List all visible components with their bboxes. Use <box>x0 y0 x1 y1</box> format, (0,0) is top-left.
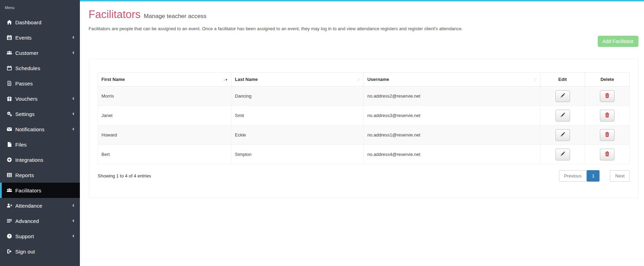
delete-button[interactable] <box>600 110 614 122</box>
pencil-icon <box>560 132 565 138</box>
chevron-left-icon: ‹ <box>72 217 74 224</box>
delete-cell <box>585 86 630 106</box>
sidebar-item-label: Advanced <box>15 218 39 224</box>
svg-text:?: ? <box>8 234 10 238</box>
chevron-left-icon: ‹ <box>72 202 74 209</box>
sidebar-item-label: Files <box>15 142 27 148</box>
edit-button[interactable] <box>555 90 570 102</box>
sidebar-item-label: Customer <box>15 50 39 56</box>
sidebar-item-vouchers[interactable]: Vouchers‹ <box>0 91 80 106</box>
table-row: BertSimptonno.address4@reservie.net <box>98 145 630 164</box>
pagination: Previous 1 Next <box>559 170 630 182</box>
sort-active-icon: ↓▼ <box>223 77 228 82</box>
sidebar-item-label: Support <box>15 233 34 239</box>
page-subtitle: Manage teacher access <box>144 13 207 19</box>
sidebar-item-advanced[interactable]: Advanced‹ <box>0 213 80 228</box>
last-name-cell: Simpton <box>231 145 364 164</box>
table-icon <box>7 172 15 178</box>
sidebar-item-files[interactable]: Files <box>0 137 80 152</box>
toolbar: Add Facilitator <box>80 31 644 47</box>
sidebar-item-events[interactable]: Events‹ <box>0 30 80 45</box>
facilitators-table: First Name↓▼Last Name↓↑Username↓↑EditDel… <box>98 72 630 164</box>
users-icon <box>7 188 15 193</box>
gears-icon <box>7 111 15 117</box>
previous-page-button[interactable]: Previous <box>559 170 587 182</box>
delete-button[interactable] <box>600 90 614 102</box>
add-facilitator-button[interactable]: Add Facilitator <box>598 36 638 47</box>
sidebar-item-customer[interactable]: Customer‹ <box>0 45 80 60</box>
sidebar-item-dashboard[interactable]: Dashboard <box>0 15 80 30</box>
edit-button[interactable] <box>555 149 570 160</box>
chevron-left-icon: ‹ <box>72 34 74 41</box>
list-icon <box>7 218 15 224</box>
pencil-icon <box>560 112 565 119</box>
column-header-label: Edit <box>558 77 567 82</box>
sidebar: Menu DashboardEvents‹Customer‹SchedulesP… <box>0 0 80 266</box>
table-row: MorrisDancingno.address2@reservie.net <box>98 86 630 106</box>
column-header-first-name[interactable]: First Name↓▼ <box>98 73 231 86</box>
facilitators-panel: First Name↓▼Last Name↓↑Username↓↑EditDel… <box>89 59 638 198</box>
home-icon <box>7 19 15 25</box>
trash-icon <box>604 151 610 158</box>
delete-button[interactable] <box>600 149 614 160</box>
trash-icon <box>604 132 610 138</box>
gift-icon <box>7 96 15 101</box>
sidebar-item-label: Dashboard <box>15 19 41 25</box>
edit-cell <box>540 145 585 164</box>
sidebar-item-facilitators[interactable]: Facilitators <box>0 183 80 198</box>
column-header-last-name[interactable]: Last Name↓↑ <box>231 73 364 86</box>
entries-summary: Showing 1 to 4 of 4 entries <box>98 173 151 178</box>
file-icon <box>7 142 15 147</box>
column-header-username[interactable]: Username↓↑ <box>364 73 540 86</box>
sort-icon: ↓↑ <box>533 77 537 82</box>
sidebar-item-reports[interactable]: Reports <box>0 167 80 183</box>
chevron-left-icon: ‹ <box>72 49 74 56</box>
sidebar-item-label: Schedules <box>15 65 40 71</box>
page-title: Facilitators <box>89 8 141 20</box>
sidebar-item-label: Events <box>15 35 32 41</box>
username-cell: no.address2@reservie.net <box>364 86 540 106</box>
chevron-left-icon: ‹ <box>72 125 74 132</box>
sidebar-item-label: Integrations <box>15 157 43 163</box>
delete-cell <box>585 106 630 125</box>
sidebar-item-label: Notifications <box>15 126 44 132</box>
column-header-label: Username <box>367 77 389 82</box>
page-description: Facilitators are people that can be assi… <box>89 26 638 31</box>
sidebar-item-integrations[interactable]: Integrations <box>0 152 80 167</box>
edit-cell <box>540 125 585 145</box>
username-cell: no.address1@reservie.net <box>364 125 540 145</box>
first-name-cell: Janet <box>98 106 231 125</box>
edit-button[interactable] <box>555 110 570 122</box>
sidebar-item-label: Passes <box>15 81 33 86</box>
envelope-icon <box>7 126 15 132</box>
column-header-label: Delete <box>601 77 614 82</box>
last-name-cell: Smit <box>231 106 364 125</box>
sidebar-item-sign-out[interactable]: Sign out <box>0 244 80 259</box>
sidebar-item-passes[interactable]: Passes <box>0 76 80 91</box>
column-header-label: Last Name <box>235 77 258 82</box>
sidebar-menu-heading: Menu <box>0 0 80 12</box>
edit-cell <box>540 106 585 125</box>
delete-cell <box>585 145 630 164</box>
sidebar-item-label: Sign out <box>15 249 35 255</box>
sidebar-item-support[interactable]: ?Support‹ <box>0 228 80 244</box>
sidebar-item-label: Facilitators <box>15 188 41 193</box>
sidebar-item-settings[interactable]: Settings‹ <box>0 106 80 122</box>
username-cell: no.address4@reservie.net <box>364 145 540 164</box>
page-header: FacilitatorsManage teacher access Facili… <box>80 1 644 31</box>
trash-icon <box>604 93 610 99</box>
file-text-icon <box>7 81 15 86</box>
sidebar-nav: DashboardEvents‹Customer‹SchedulesPasses… <box>0 15 80 259</box>
chevron-left-icon: ‹ <box>72 110 74 117</box>
edit-cell <box>540 86 585 106</box>
users-icon <box>7 50 15 56</box>
chevron-left-icon: ‹ <box>72 232 74 239</box>
sidebar-item-attendance[interactable]: Attendance‹ <box>0 198 80 213</box>
sidebar-item-schedules[interactable]: Schedules <box>0 60 80 76</box>
calendar-alt-icon <box>7 65 15 71</box>
page-number-button[interactable]: 1 <box>587 170 600 182</box>
delete-button[interactable] <box>600 129 614 141</box>
next-page-button[interactable]: Next <box>610 170 630 182</box>
edit-button[interactable] <box>555 129 570 141</box>
sidebar-item-notifications[interactable]: Notifications‹ <box>0 122 80 137</box>
